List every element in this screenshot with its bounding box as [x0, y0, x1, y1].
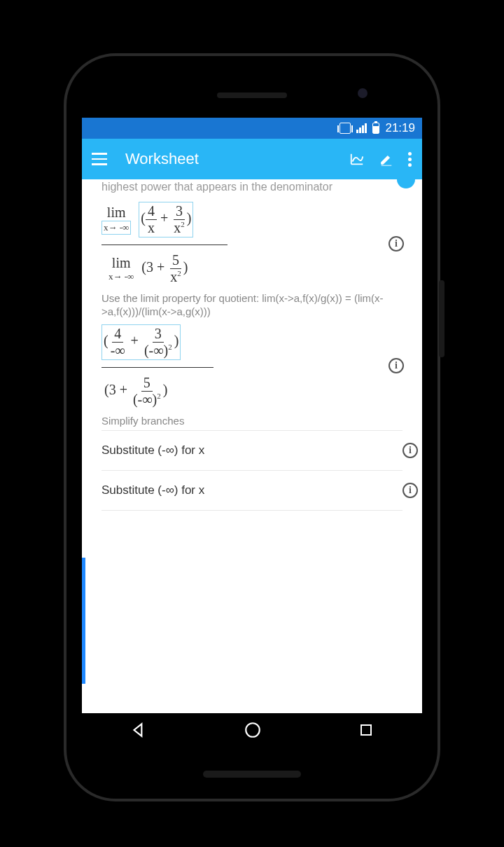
edit-icon[interactable]	[379, 151, 394, 167]
graph-icon[interactable]	[349, 151, 365, 167]
math-step-2: (4-∞ + 3(-∞)2) (3 + 5(-∞)2) i	[102, 324, 402, 408]
info-icon[interactable]: i	[402, 443, 418, 458]
battery-icon	[372, 123, 379, 134]
step-marker	[82, 558, 85, 684]
vibrate-icon	[340, 123, 351, 134]
info-icon[interactable]: i	[388, 358, 404, 373]
status-bar: 21:19	[82, 118, 422, 139]
substitute-step-1[interactable]: Substitute (-∞) for x i	[88, 431, 416, 470]
cutoff-hint: highest power that appears in the denomi…	[88, 179, 416, 196]
home-button[interactable]	[244, 721, 262, 742]
hint-quotient: Use the limit property for quotient: lim…	[102, 292, 402, 319]
substitute-step-2[interactable]: Substitute (-∞) for x i	[88, 471, 416, 510]
info-icon[interactable]: i	[388, 236, 404, 252]
math-step-1: limx→ -∞ (4x + 3x2) limx→ -∞ (3 + 5x2) i	[102, 202, 402, 285]
more-icon[interactable]	[408, 152, 412, 167]
info-icon[interactable]: i	[402, 483, 418, 498]
back-button[interactable]	[130, 721, 148, 742]
clock: 21:19	[385, 121, 415, 135]
front-camera	[358, 88, 368, 98]
phone-frame: 21:19 Worksheet highest power that appea…	[66, 56, 438, 799]
bottom-speaker	[203, 771, 301, 778]
navigation-bar	[82, 713, 422, 750]
svg-rect-1	[361, 725, 371, 735]
phone-side-button	[439, 280, 444, 357]
toolbar: Worksheet	[82, 139, 422, 179]
screen: 21:19 Worksheet highest power that appea…	[82, 118, 422, 750]
content-area[interactable]: highest power that appears in the denomi…	[82, 179, 422, 713]
signal-icon	[356, 123, 367, 133]
svg-point-0	[246, 723, 260, 737]
menu-icon[interactable]	[92, 153, 107, 165]
hint-simplify: Simplify branches	[102, 415, 402, 428]
earpiece	[217, 92, 287, 98]
recent-button[interactable]	[358, 722, 374, 741]
toolbar-title: Worksheet	[125, 150, 335, 168]
